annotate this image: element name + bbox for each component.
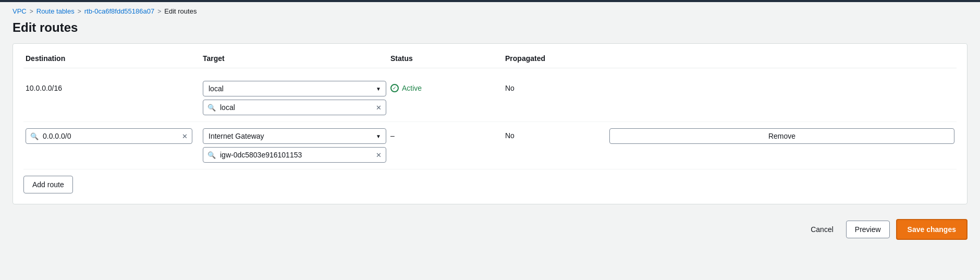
row2-destination-input[interactable] [43, 129, 178, 143]
row2-dest-search-icon: 🔍 [26, 132, 43, 140]
table-row-1: 10.0.0.0/16 local ▼ 🔍 ✕ [23, 75, 957, 122]
row1-status-label: Active [402, 84, 422, 92]
row1-destination-cell: 10.0.0.0/16 [23, 79, 201, 98]
routes-card: Destination Target Status Propagated 10.… [13, 43, 967, 204]
page-title: Edit routes [0, 18, 980, 43]
row1-status-active-icon [390, 84, 399, 92]
row2-status-cell: – [388, 126, 503, 145]
header-actions [607, 54, 957, 63]
table-row-2: 🔍 ✕ Internet Gateway NAT Gateway Virtual… [23, 122, 957, 169]
add-route-button[interactable]: Add route [23, 176, 73, 193]
header-status: Status [388, 54, 503, 63]
row1-target-select-wrapper: local ▼ [203, 81, 386, 96]
row2-destination-input-wrapper: 🔍 ✕ [26, 128, 192, 144]
cancel-button[interactable]: Cancel [804, 221, 840, 238]
row1-destination-value: 10.0.0.0/16 [26, 81, 199, 95]
row1-propagated-value: No [505, 81, 605, 95]
row2-destination-cell: 🔍 ✕ [23, 126, 201, 146]
save-changes-button[interactable]: Save changes [896, 219, 967, 240]
footer-actions: Cancel Preview Save changes [0, 213, 980, 240]
breadcrumb-sep-2: > [78, 8, 81, 15]
breadcrumb-sep-1: > [30, 8, 33, 15]
header-destination: Destination [23, 54, 201, 63]
table-header: Destination Target Status Propagated [23, 54, 957, 68]
breadcrumb-rtb-link[interactable]: rtb-0ca6f8fdd55186a07 [84, 7, 154, 15]
breadcrumb-vpc-link[interactable]: VPC [13, 7, 27, 15]
row1-target-search-input[interactable] [220, 100, 372, 115]
main-content: Destination Target Status Propagated 10.… [0, 43, 980, 213]
row2-target-cell: Internet Gateway NAT Gateway Virtual Pri… [201, 126, 388, 165]
row2-actions-cell: Remove [607, 126, 957, 146]
row1-target-select[interactable]: local [203, 81, 386, 96]
row2-target-search-input[interactable] [220, 148, 372, 162]
header-propagated: Propagated [503, 54, 607, 63]
row1-target-search-wrapper: 🔍 ✕ [203, 100, 386, 115]
row1-clear-icon[interactable]: ✕ [372, 104, 386, 112]
row2-status-dash: – [390, 128, 501, 143]
row2-target-search-wrapper: 🔍 ✕ [203, 147, 386, 163]
add-route-section: Add route [23, 169, 957, 196]
row2-propagated-value: No [505, 128, 605, 143]
row2-clear-icon[interactable]: ✕ [372, 151, 386, 159]
row2-dest-clear-icon[interactable]: ✕ [178, 132, 192, 140]
breadcrumb: VPC > Route tables > rtb-0ca6f8fdd55186a… [0, 2, 980, 18]
preview-button[interactable]: Preview [846, 221, 890, 238]
breadcrumb-current: Edit routes [164, 7, 197, 15]
row2-target-select-wrapper: Internet Gateway NAT Gateway Virtual Pri… [203, 128, 386, 144]
row1-actions-cell [607, 79, 957, 83]
row1-search-icon: 🔍 [203, 104, 220, 112]
breadcrumb-route-tables-link[interactable]: Route tables [36, 7, 75, 15]
row2-search-icon: 🔍 [203, 151, 220, 159]
row1-target-cell: local ▼ 🔍 ✕ [201, 79, 388, 117]
row1-status-active: Active [390, 81, 501, 95]
header-target: Target [201, 54, 388, 63]
remove-button[interactable]: Remove [609, 128, 954, 144]
row2-propagated-cell: No [503, 126, 607, 145]
row1-propagated-cell: No [503, 79, 607, 98]
row2-target-select[interactable]: Internet Gateway NAT Gateway Virtual Pri… [203, 128, 386, 144]
breadcrumb-sep-3: > [157, 8, 161, 15]
row1-status-cell: Active [388, 79, 503, 98]
